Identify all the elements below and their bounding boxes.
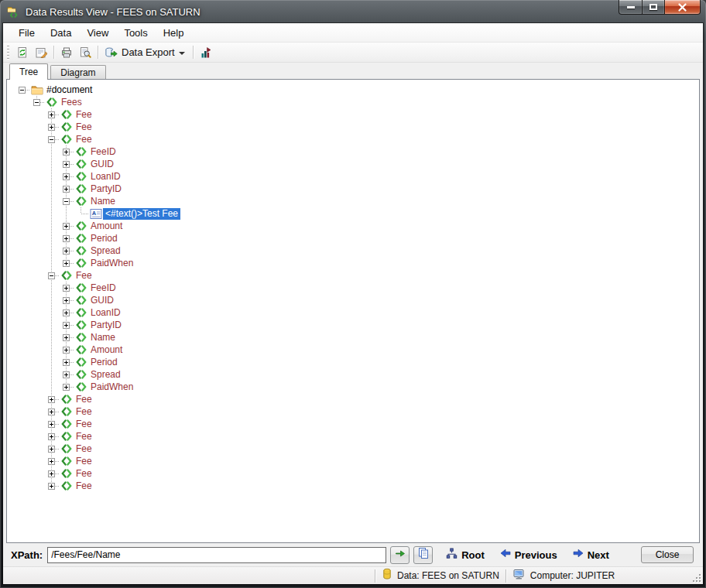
tree-collapse-icon[interactable] [48, 136, 55, 143]
tree-node-label: Fee [74, 468, 94, 480]
tree-node-fee[interactable]: Fee [15, 108, 699, 121]
tree-collapse-icon[interactable] [48, 272, 55, 279]
tree-expand-icon[interactable] [48, 433, 55, 440]
tree-node-partyid[interactable]: PartyID [15, 183, 699, 195]
tree-expand-icon[interactable] [48, 124, 55, 131]
tree-node-fee[interactable]: Fee [15, 480, 699, 492]
tree-expand-icon[interactable] [63, 297, 70, 304]
xpath-go-button[interactable] [390, 546, 410, 564]
tree-expand-icon[interactable] [63, 309, 70, 316]
tree-node-fee[interactable]: Fee [15, 405, 699, 418]
tree-collapse-icon[interactable] [33, 99, 40, 106]
tree-node-label: GUID [88, 159, 116, 170]
tree-expand-icon[interactable] [63, 384, 70, 391]
tree-node-period[interactable]: Period [15, 232, 699, 244]
tree-node-guid[interactable]: GUID [15, 294, 699, 306]
resize-grip[interactable] [691, 572, 701, 583]
print-preview-button[interactable] [76, 44, 94, 61]
print-button[interactable] [57, 44, 76, 61]
tree-node-fee[interactable]: Fee [15, 467, 699, 480]
element-icon [59, 418, 74, 430]
tree-expand-icon[interactable] [63, 248, 70, 255]
tree-expand-icon[interactable] [48, 396, 55, 403]
tab-diagram[interactable]: Diagram [50, 65, 105, 79]
tree-node-loanid[interactable]: LoanID [15, 306, 699, 319]
tree-expand-icon[interactable] [48, 458, 55, 465]
tree-node-fee[interactable]: Fee [15, 430, 699, 443]
properties-button[interactable] [32, 44, 50, 61]
tab-tree[interactable]: Tree [9, 63, 48, 80]
tree-expand-icon[interactable] [48, 446, 55, 453]
tree-node-feeid[interactable]: FeeID [15, 282, 699, 294]
tree-node-spread[interactable]: Spread [15, 368, 699, 381]
xpath-input[interactable] [47, 547, 386, 563]
menu-tools[interactable]: Tools [116, 25, 155, 41]
tree-expand-icon[interactable] [63, 186, 70, 193]
tree-expand-icon[interactable] [63, 149, 70, 156]
tree-node-guid[interactable]: GUID [15, 158, 699, 170]
toolbar-grip[interactable] [7, 46, 9, 60]
tree-expand-icon[interactable] [48, 470, 55, 477]
tree-expand-icon[interactable] [63, 334, 70, 341]
tree-node-name[interactable]: Name [15, 195, 699, 207]
tree-node-text[interactable]: A<#text()>Test Fee [15, 207, 699, 220]
tree-collapse-icon[interactable] [63, 198, 70, 205]
tree-expand-icon[interactable] [48, 409, 55, 415]
tree-expand-icon[interactable] [63, 371, 70, 378]
tree-expand-icon[interactable] [63, 235, 70, 242]
root-button[interactable]: Root [443, 546, 487, 564]
xpath-copy-button[interactable] [413, 546, 433, 564]
previous-button[interactable]: Previous [497, 546, 560, 563]
tree-node-fee[interactable]: Fee [15, 121, 699, 133]
menu-data[interactable]: Data [43, 25, 79, 41]
tree-node-amount[interactable]: Amount [15, 344, 699, 356]
next-button[interactable]: Next [570, 546, 612, 563]
tree-expand-icon[interactable] [63, 347, 70, 354]
close-button[interactable]: Close [641, 546, 694, 563]
tree-expand-icon[interactable] [63, 322, 70, 329]
tree-expand-icon[interactable] [63, 285, 70, 292]
tree-node-fee[interactable]: Fee [15, 393, 699, 405]
tree-node-spread[interactable]: Spread [15, 244, 699, 257]
tree-expand-icon[interactable] [48, 421, 55, 428]
tree-expand-icon[interactable] [63, 359, 70, 366]
data-export-button[interactable]: Data Export [101, 44, 190, 61]
tree-node-document[interactable]: #document [15, 84, 699, 96]
tree-node-period[interactable]: Period [15, 356, 699, 368]
tree-node-fee[interactable]: Fee [15, 133, 699, 145]
tree-node-paidwhen[interactable]: PaidWhen [15, 257, 699, 269]
diagram-tool-button[interactable] [197, 44, 215, 61]
tree-connector [59, 170, 74, 183]
tree-expand-icon[interactable] [63, 173, 70, 180]
menu-file[interactable]: File [11, 25, 43, 41]
tree-node-fees[interactable]: Fees [15, 96, 699, 108]
go-arrow-icon [394, 548, 406, 562]
minimize-button[interactable] [619, 0, 643, 15]
tree-connector [59, 294, 74, 306]
tree-node-fee[interactable]: Fee [15, 443, 699, 455]
tree-node-fee[interactable]: Fee [15, 269, 699, 282]
tree-node-partyid[interactable]: PartyID [15, 319, 699, 331]
menu-help[interactable]: Help [156, 25, 192, 41]
tree-node-fee[interactable]: Fee [15, 455, 699, 467]
maximize-button[interactable] [643, 0, 664, 15]
close-window-button[interactable] [664, 0, 701, 15]
tree-node-feeid[interactable]: FeeID [15, 145, 699, 158]
tree-node-amount[interactable]: Amount [15, 220, 699, 232]
tree-node-label: PaidWhen [88, 258, 135, 269]
menu-view[interactable]: View [79, 25, 116, 41]
tree-node-paidwhen[interactable]: PaidWhen [15, 381, 699, 393]
tree-expand-icon[interactable] [48, 483, 55, 490]
tree-collapse-icon[interactable] [19, 87, 26, 94]
refresh-button[interactable] [13, 44, 32, 61]
tree-expand-icon[interactable] [63, 161, 70, 168]
tree-indent-guide [15, 257, 29, 269]
tree-expand-icon[interactable] [63, 260, 70, 267]
tree-node-name[interactable]: Name [15, 331, 699, 344]
tree-node-fee[interactable]: Fee [15, 418, 699, 430]
tree-indent-guide [29, 282, 44, 294]
tree-expand-icon[interactable] [48, 111, 55, 118]
tree-indent-guide [15, 319, 29, 331]
tree-expand-icon[interactable] [63, 223, 70, 230]
tree-node-loanid[interactable]: LoanID [15, 170, 699, 183]
